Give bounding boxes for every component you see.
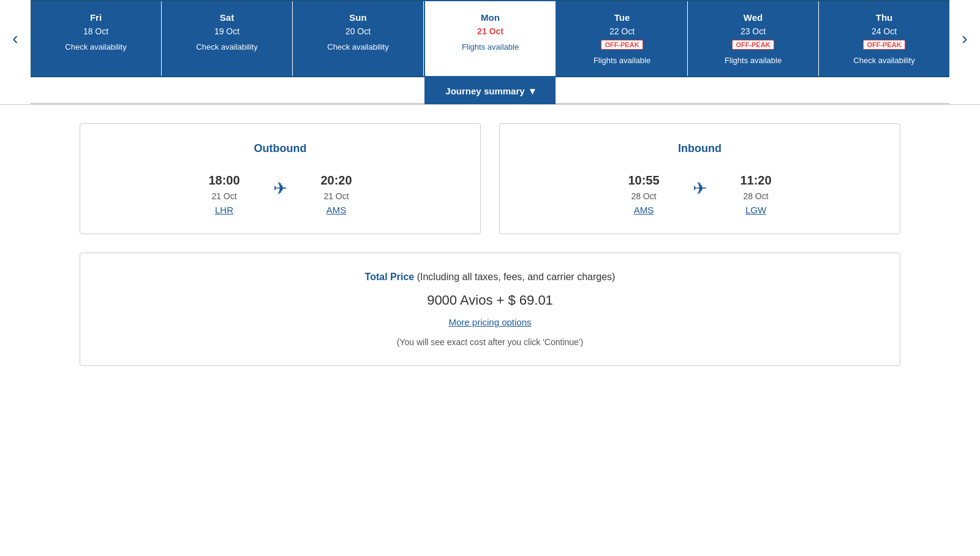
pricing-title-bold: Total Price [365, 272, 415, 282]
outbound-card: Outbound 18:00 21 Oct LHR ✈ 20:20 21 Oct… [80, 123, 481, 234]
outbound-arrive-airport[interactable]: AMS [300, 205, 373, 215]
outbound-arrive-date: 21 Oct [300, 191, 373, 201]
day-status-fri: Check availability [65, 42, 126, 51]
day-date-wed: 23 Oct [741, 26, 766, 36]
inbound-route: 10:55 28 Oct AMS ✈ 11:20 28 Oct LGW [524, 173, 875, 215]
day-name-mon: Mon [481, 12, 500, 23]
journey-summary-label: Journey summary [445, 86, 524, 96]
pricing-amount: 9000 Avios + $ 69.01 [105, 292, 875, 308]
flight-cards-row: Outbound 18:00 21 Oct LHR ✈ 20:20 21 Oct… [80, 123, 900, 234]
calendar-day-mon[interactable]: Mon21 OctFlights available [424, 0, 557, 77]
inbound-depart-time: 10:55 [607, 173, 680, 188]
calendar-day-tue[interactable]: Tue22 OctOFF-PEAKFlights available [557, 1, 688, 76]
outbound-title: Outbound [105, 142, 456, 155]
prev-arrow[interactable]: ‹ [0, 29, 31, 48]
calendar-day-sat[interactable]: Sat19 OctCheck availability [162, 1, 293, 76]
day-name-sun: Sun [349, 12, 366, 23]
day-name-thu: Thu [876, 12, 893, 23]
journey-summary-tab-active[interactable]: Journey summary▾ [424, 77, 556, 104]
off-peak-badge-thu: OFF-PEAK [863, 40, 905, 50]
outbound-depart-date: 21 Oct [187, 191, 261, 201]
outbound-depart-time: 18:00 [187, 173, 261, 188]
day-date-mon: 21 Oct [477, 26, 503, 36]
day-status-sun: Check availability [327, 42, 388, 51]
day-status-mon: Flights available [462, 42, 519, 51]
journey-tab-5 [687, 77, 818, 104]
day-status-sat: Check availability [196, 42, 257, 51]
pricing-title: Total Price (Including all taxes, fees, … [105, 272, 875, 283]
inbound-arrive: 11:20 28 Oct LGW [719, 173, 793, 215]
inbound-card: Inbound 10:55 28 Oct AMS ✈ 11:20 28 Oct … [499, 123, 900, 234]
day-date-fri: 18 Oct [83, 26, 108, 36]
day-name-sat: Sat [220, 12, 234, 23]
day-status-wed: Flights available [725, 56, 782, 65]
journey-summary-tabs: Journey summary▾ [31, 77, 949, 104]
inbound-depart-date: 28 Oct [607, 191, 680, 201]
main-content: Outbound 18:00 21 Oct LHR ✈ 20:20 21 Oct… [0, 105, 980, 384]
calendar-day-wed[interactable]: Wed23 OctOFF-PEAKFlights available [688, 1, 819, 76]
outbound-arrive-time: 20:20 [300, 173, 373, 188]
off-peak-badge-tue: OFF-PEAK [601, 40, 643, 50]
outbound-route: 18:00 21 Oct LHR ✈ 20:20 21 Oct AMS [105, 173, 456, 215]
chevron-down-icon: ▾ [530, 85, 535, 97]
outbound-arrive: 20:20 21 Oct AMS [300, 173, 373, 215]
journey-tab-1 [162, 77, 293, 104]
plane-icon-outbound: ✈ [273, 178, 287, 199]
inbound-arrive-airport[interactable]: LGW [719, 205, 793, 215]
pricing-title-normal: (Including all taxes, fees, and carrier … [414, 272, 615, 282]
more-pricing-options-link[interactable]: More pricing options [448, 317, 531, 327]
journey-tab-0 [31, 77, 162, 104]
day-date-tue: 22 Oct [609, 26, 635, 36]
day-date-thu: 24 Oct [872, 26, 897, 36]
calendar-day-fri[interactable]: Fri18 OctCheck availability [31, 1, 162, 76]
inbound-depart: 10:55 28 Oct AMS [607, 173, 680, 215]
plane-icon-inbound: ✈ [693, 178, 707, 199]
day-name-tue: Tue [614, 12, 630, 23]
day-status-thu: Check availability [853, 56, 914, 65]
inbound-title: Inbound [524, 142, 875, 155]
pricing-card: Total Price (Including all taxes, fees, … [80, 253, 900, 366]
journey-tab-2 [293, 77, 424, 104]
calendar-day-thu[interactable]: Thu24 OctOFF-PEAKCheck availability [819, 1, 949, 76]
inbound-arrive-time: 11:20 [719, 173, 793, 188]
outbound-depart: 18:00 21 Oct LHR [187, 173, 261, 215]
calendar-days: Fri18 OctCheck availabilitySat19 OctChec… [31, 0, 949, 77]
day-status-tue: Flights available [594, 56, 650, 65]
inbound-depart-airport[interactable]: AMS [607, 205, 680, 215]
outbound-depart-airport[interactable]: LHR [187, 205, 261, 215]
pricing-note: (You will see exact cost after you click… [105, 337, 875, 347]
calendar-strip: ‹ Fri18 OctCheck availabilitySat19 OctCh… [0, 0, 980, 77]
off-peak-badge-wed: OFF-PEAK [732, 40, 774, 50]
day-name-fri: Fri [90, 12, 102, 23]
journey-tab-4 [556, 77, 687, 104]
day-date-sun: 20 Oct [345, 26, 371, 36]
journey-tab-6 [818, 77, 949, 104]
day-date-sat: 19 Oct [214, 26, 239, 36]
next-arrow[interactable]: › [949, 29, 980, 48]
journey-summary-bar: Journey summary▾ [0, 77, 980, 105]
calendar-day-sun[interactable]: Sun20 OctCheck availability [293, 1, 424, 76]
inbound-arrive-date: 28 Oct [719, 191, 793, 201]
day-name-wed: Wed [744, 12, 763, 23]
